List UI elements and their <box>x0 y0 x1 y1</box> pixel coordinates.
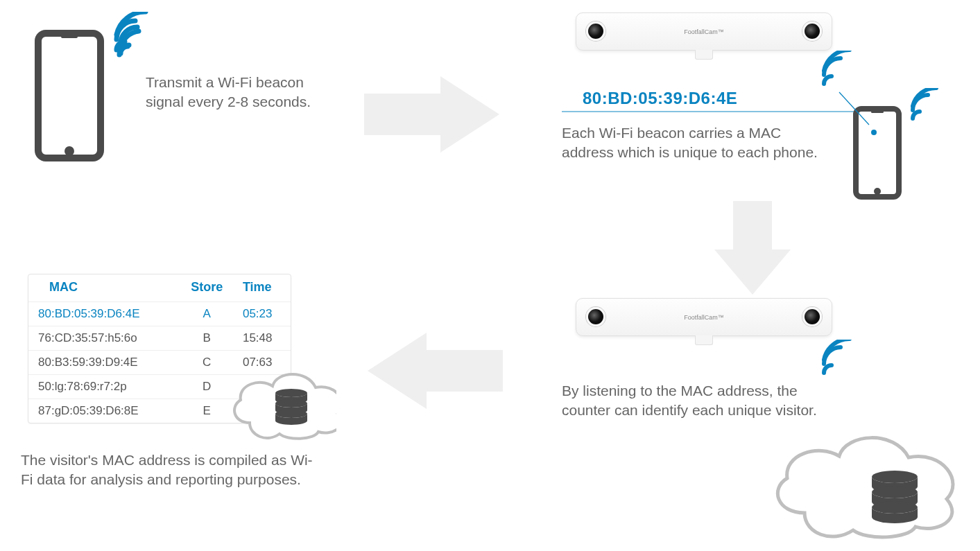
counter-device-icon: FootfallCam™ <box>576 12 832 51</box>
cloud-database-icon <box>225 364 336 447</box>
wifi-icon <box>818 340 860 381</box>
svg-point-9 <box>275 399 307 408</box>
phone-icon <box>35 17 153 166</box>
cell-mac: 80:BD:05:39:D6:4E <box>28 302 178 326</box>
connector-line-icon <box>558 67 877 137</box>
cloud-database-icon <box>763 423 971 548</box>
camera-lens-icon <box>802 21 822 41</box>
svg-marker-7 <box>368 333 503 409</box>
device-brand-label: FootfallCam™ <box>684 28 724 35</box>
svg-marker-0 <box>364 76 499 152</box>
stage1-desc: Transmit a Wi-Fi beacon signal every 2-8… <box>146 73 326 112</box>
cell-store: A <box>178 302 235 326</box>
wifi-icon <box>110 12 158 60</box>
svg-marker-3 <box>714 201 791 295</box>
cell-time: 05:23 <box>236 302 291 326</box>
svg-point-10 <box>275 410 307 418</box>
cell-mac: 87:gD:05:39:D6:8E <box>28 399 178 423</box>
arrow-right-icon <box>364 76 503 152</box>
svg-point-6 <box>872 501 918 514</box>
svg-point-4 <box>872 471 918 483</box>
device-mount-icon <box>695 335 713 345</box>
svg-line-2 <box>839 92 869 125</box>
cell-time: 15:48 <box>236 326 291 351</box>
stage3-desc: By listening to the MAC address, the cou… <box>562 381 818 421</box>
arrow-left-icon <box>364 333 503 409</box>
cell-mac: 76:CD:35:57:h5:6o <box>28 326 178 351</box>
cell-mac: 50:lg:78:69:r7:2p <box>28 375 178 399</box>
device-brand-label: FootfallCam™ <box>684 314 724 321</box>
phone-body-icon <box>35 30 104 161</box>
camera-lens-icon <box>586 307 605 326</box>
col-time: Time <box>236 274 291 302</box>
counter-device-icon: FootfallCam™ <box>576 298 832 336</box>
wifi-icon <box>907 88 945 126</box>
svg-point-8 <box>275 389 307 397</box>
col-mac: MAC <box>28 274 178 302</box>
camera-lens-icon <box>802 307 822 326</box>
table-row: 80:BD:05:39:D6:4E A 05:23 <box>28 302 291 326</box>
camera-lens-icon <box>586 21 605 41</box>
cell-store: B <box>178 326 235 351</box>
arrow-down-icon <box>714 201 791 298</box>
table-row: 76:CD:35:57:h5:6o B 15:48 <box>28 326 291 351</box>
svg-point-5 <box>872 486 918 498</box>
stage4-desc: The visitor's MAC address is compiled as… <box>21 451 319 490</box>
device-mount-icon <box>695 50 713 60</box>
cell-mac: 80:B3:59:39:D9:4E <box>28 351 178 375</box>
col-store: Store <box>178 274 235 302</box>
